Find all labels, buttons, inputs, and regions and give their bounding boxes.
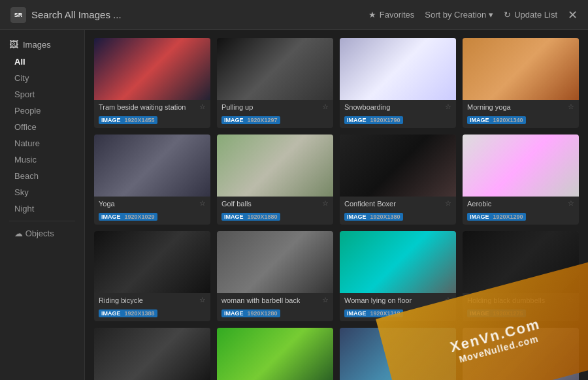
image-title-row: Yoga ☆ [99,199,206,208]
image-title: Confident Boxer [344,200,396,208]
image-title-row: woman with barbell back ☆ [221,296,329,304]
image-card[interactable]: Woman using dumbbells ☆ IMAGE1920X1425 [94,328,210,380]
sort-button[interactable]: Sort by Creation ▾ [425,10,493,20]
sidebar-section-label: Images [23,40,51,50]
favorites-button[interactable]: ★ Favorites [368,10,414,20]
image-title-row: Confident Boxer ☆ [344,199,451,208]
favorite-star-icon[interactable]: ☆ [199,199,206,208]
image-title-row: Riding bicycle ☆ [99,296,206,304]
sidebar-item-people[interactable]: People [0,103,84,119]
image-dimensions: 1920X1280 [248,310,278,317]
image-thumbnail [217,38,333,100]
favorite-star-icon[interactable]: ☆ [445,103,451,111]
image-card[interactable]: Riding bicycle ☆ IMAGE1920X1388 [94,231,210,321]
image-type-badge: IMAGE1920X1340 [467,116,526,124]
image-card[interactable]: Holding black dumbbells ☆ IMAGE1920X1275 [463,231,579,321]
image-title-row: Aerobic ☆ [467,199,574,208]
image-card[interactable]: woman with barbell back ☆ IMAGE1920X1280 [217,231,333,321]
image-type-badge: IMAGE1920X1029 [99,213,157,221]
image-meta: IMAGE1920X1318 [344,306,451,318]
sidebar-item-music[interactable]: Music [0,151,84,168]
image-title: Yoga [99,200,115,208]
close-button[interactable]: ✕ [568,9,578,21]
image-card[interactable]: Golf balls ☆ IMAGE1920X1880 [217,135,333,225]
image-card[interactable]: Morning yoga ☆ IMAGE1920X1340 [463,38,579,128]
image-card[interactable]: Snowboarding ☆ IMAGE1920X1790 [340,38,456,128]
image-thumbnail [94,328,210,380]
app-logo: SR [10,7,26,23]
star-icon: ★ [368,10,376,20]
image-card[interactable]: Yoga ☆ IMAGE1920X1029 [94,135,210,225]
image-thumbnail [217,231,333,293]
image-type-badge: IMAGE1920X1280 [221,309,280,317]
image-card-footer: Holding black dumbbells ☆ IMAGE1920X1275 [463,293,579,321]
sidebar-item-sport[interactable]: Sport [0,86,84,103]
favorite-star-icon[interactable]: ☆ [199,296,206,304]
image-meta: IMAGE1920X1290 [467,210,574,221]
image-card[interactable]: Confident Boxer ☆ IMAGE1920X1380 [340,135,456,225]
image-card[interactable]: Aerobic ☆ IMAGE1920X1290 [463,135,579,225]
sidebar: 🖼 Images All City Sport People Office Na… [0,30,85,380]
favorite-star-icon[interactable]: ☆ [322,199,329,208]
image-card[interactable]: Man tying his shoes ☆ IMAGE1920X1200 [463,328,579,380]
image-thumbnail [463,135,579,197]
sidebar-item-office[interactable]: Office [0,119,84,135]
favorite-star-icon[interactable]: ☆ [568,296,574,304]
image-title: Tram beside waiting station [99,103,186,111]
sidebar-item-objects[interactable]: ☁ Objects [0,225,84,242]
image-card[interactable]: Tram beside waiting station ☆ IMAGE1920X… [94,38,210,128]
image-type-badge: IMAGE1920X1380 [344,213,403,221]
image-dimensions: 1920X1388 [125,310,155,317]
image-card-footer: Woman lying on floor ☆ IMAGE1920X1318 [340,293,456,321]
image-dimensions: 1920X1880 [248,214,278,220]
image-meta: IMAGE1920X1280 [221,306,329,318]
image-type-badge: IMAGE1920X1297 [221,116,280,124]
image-thumbnail [463,38,579,100]
favorite-star-icon[interactable]: ☆ [568,199,574,208]
image-card-footer: Morning yoga ☆ IMAGE1920X1340 [463,100,579,128]
image-card[interactable]: Woman lying on floor ☆ IMAGE1920X1318 [340,231,456,321]
image-title-row: Woman lying on floor ☆ [344,296,451,304]
image-card[interactable]: Soccer cleat ☆ IMAGE1920X1280 [217,328,333,380]
image-meta: IMAGE1920X1275 [467,306,574,318]
image-card[interactable]: Soccer field ☆ IMAGE1920X1440 [340,328,456,380]
favorite-star-icon[interactable]: ☆ [199,103,206,111]
image-card[interactable]: Pulling up ☆ IMAGE1920X1297 [217,38,333,128]
image-meta: IMAGE1920X1388 [99,306,206,318]
favorite-star-icon[interactable]: ☆ [322,296,329,304]
image-title: Holding black dumbbells [467,296,545,304]
image-meta: IMAGE1920X1880 [221,210,329,221]
image-card-footer: Snowboarding ☆ IMAGE1920X1790 [340,100,456,128]
image-thumbnail [340,135,456,197]
favorite-star-icon[interactable]: ☆ [445,296,451,304]
image-thumbnail [340,231,456,293]
main: 🖼 Images All City Sport People Office Na… [0,30,588,380]
image-title: Golf balls [221,200,252,208]
sidebar-item-city[interactable]: City [0,70,84,86]
image-meta: IMAGE1920X1790 [344,113,451,125]
sidebar-item-sky[interactable]: Sky [0,184,84,200]
sidebar-item-night[interactable]: Night [0,200,84,217]
image-title-row: Golf balls ☆ [221,199,329,208]
image-dimensions: 1920X1318 [370,310,400,317]
header-right: ★ Favorites Sort by Creation ▾ ↻ Update … [368,9,578,21]
chevron-down-icon: ▾ [489,10,493,20]
image-thumbnail [463,328,579,380]
update-list-button[interactable]: ↻ Update List [504,10,557,20]
image-meta: IMAGE1920X1029 [99,210,206,221]
image-title: Riding bicycle [99,296,143,304]
image-grid-container: Tram beside waiting station ☆ IMAGE1920X… [85,30,588,380]
sidebar-item-all[interactable]: All [0,54,84,70]
image-type-badge: IMAGE1920X1388 [99,309,157,317]
image-grid: Tram beside waiting station ☆ IMAGE1920X… [94,38,579,380]
image-thumbnail [463,231,579,293]
favorite-star-icon[interactable]: ☆ [445,199,451,208]
sidebar-item-nature[interactable]: Nature [0,135,84,151]
header-left: SR Search All Images ... [10,7,122,23]
favorite-star-icon[interactable]: ☆ [568,103,574,111]
image-title: Aerobic [467,200,491,208]
image-type-badge: IMAGE1920X1290 [467,213,526,221]
sidebar-item-beach[interactable]: Beach [0,168,84,184]
image-thumbnail [340,328,456,380]
favorite-star-icon[interactable]: ☆ [322,103,329,111]
